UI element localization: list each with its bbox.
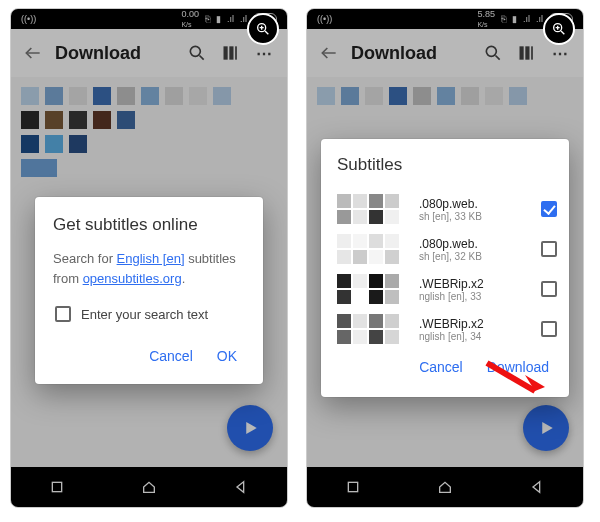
get-subtitles-dialog: Get subtitles online Search for English … [35,197,263,384]
subtitle-checkbox[interactable] [541,281,557,297]
zoom-icon[interactable] [543,13,575,45]
subtitle-thumbnail [337,234,411,264]
search-input-row[interactable]: Enter your search text [53,304,245,324]
subtitle-thumbnail [337,314,411,344]
cancel-button[interactable]: Cancel [147,342,195,370]
search-placeholder: Enter your search text [81,307,208,322]
subtitle-meta: nglish [en], 33 [419,291,533,302]
subtitle-name: .080p.web. [419,197,533,211]
subtitle-checkbox[interactable] [541,321,557,337]
subtitle-meta: nglish [en], 34 [419,331,533,342]
svg-line-14 [561,31,564,34]
dialog-title: Subtitles [337,155,557,175]
subtitle-name: .WEBRip.x2 [419,317,533,331]
subtitle-item[interactable]: .WEBRip.x2nglish [en], 33 [337,269,557,309]
subtitle-meta: sh [en], 32 KB [419,251,533,262]
phone-left: ((•)) 0.00K/s ⎘ ▮ .ıl .ıl 81% Download ⋯ [10,8,288,508]
dialog-body: Search for English [en] subtitles from o… [53,249,245,288]
language-link[interactable]: English [en] [117,251,185,266]
subtitle-thumbnail [337,194,411,224]
subtitle-checkbox[interactable] [541,241,557,257]
subtitle-item[interactable]: .080p.web.sh [en], 32 KB [337,229,557,269]
ok-button[interactable]: OK [215,342,239,370]
dialog-title: Get subtitles online [53,215,245,235]
subtitle-thumbnail [337,274,411,304]
phone-right: ((•)) 5.85K/s ⎘ ▮ .ıl .ıl 81% Download ⋯ [306,8,584,508]
subtitle-meta: sh [en], 33 KB [419,211,533,222]
provider-link[interactable]: opensubtitles.org [83,271,182,286]
subtitle-item[interactable]: .080p.web.sh [en], 33 KB [337,189,557,229]
checkbox-icon[interactable] [55,306,71,322]
subtitle-item[interactable]: .WEBRip.x2nglish [en], 34 [337,309,557,349]
zoom-icon[interactable] [247,13,279,45]
cancel-button[interactable]: Cancel [417,353,465,381]
svg-line-1 [265,31,268,34]
subtitle-name: .WEBRip.x2 [419,277,533,291]
subtitle-name: .080p.web. [419,237,533,251]
annotation-arrow-icon [481,357,551,401]
subtitle-checkbox[interactable] [541,201,557,217]
